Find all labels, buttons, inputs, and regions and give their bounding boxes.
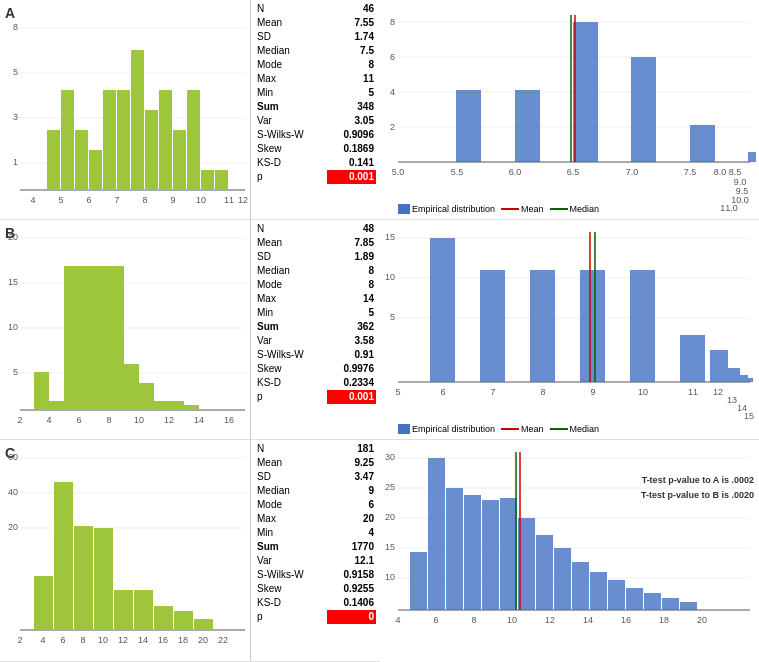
stat-a-mean-label: Mean <box>255 16 327 30</box>
legend-median-line-a <box>550 208 568 210</box>
stat-b-var-val: 3.58 <box>327 334 376 348</box>
svg-rect-90 <box>480 270 505 382</box>
svg-text:11: 11 <box>224 195 234 205</box>
section-a: A 8 5 3 1 <box>0 0 380 220</box>
svg-text:8: 8 <box>390 17 395 27</box>
stat-c-p-label: p <box>255 610 327 624</box>
stat-a-median-val: 7.5 <box>327 44 376 58</box>
stat-a-var-label: Var <box>255 114 327 128</box>
svg-rect-96 <box>728 368 740 382</box>
bar-a-105 <box>201 170 214 190</box>
svg-text:8: 8 <box>540 387 545 397</box>
svg-text:3: 3 <box>13 112 18 122</box>
svg-text:10: 10 <box>196 195 206 205</box>
svg-rect-67 <box>748 152 756 162</box>
stat-a-mean-val: 7.55 <box>327 16 376 30</box>
svg-rect-124 <box>428 458 445 610</box>
stat-b-mode-val: 8 <box>327 278 376 292</box>
svg-text:11.0: 11.0 <box>720 203 738 213</box>
stat-c-skew-label: Skew <box>255 582 327 596</box>
svg-text:10: 10 <box>507 615 517 625</box>
stat-a-sum-val: 348 <box>327 100 376 114</box>
stat-b-skew-label: Skew <box>255 362 327 376</box>
stat-b-var-label: Var <box>255 334 327 348</box>
svg-text:14: 14 <box>138 635 148 645</box>
svg-rect-135 <box>626 588 643 610</box>
svg-rect-128 <box>500 498 517 610</box>
ttest-b-label: T-test p-value to B is .0020 <box>641 490 754 500</box>
histogram-b-svg: 20 15 10 5 <box>0 220 250 440</box>
stat-a-sd-val: 1.74 <box>327 30 376 44</box>
svg-text:2: 2 <box>17 635 22 645</box>
stat-c-ksd-val: 0.1406 <box>327 596 376 610</box>
svg-text:5: 5 <box>13 367 18 377</box>
svg-text:8: 8 <box>13 22 18 32</box>
svg-rect-136 <box>644 593 661 610</box>
svg-text:12: 12 <box>164 415 174 425</box>
stat-b-median-val: 8 <box>327 264 376 278</box>
svg-text:4: 4 <box>46 415 51 425</box>
svg-text:6: 6 <box>433 615 438 625</box>
svg-text:20: 20 <box>8 232 18 242</box>
svg-text:10: 10 <box>98 635 108 645</box>
stat-a-min-val: 5 <box>327 86 376 100</box>
stat-a-var-val: 3.05 <box>327 114 376 128</box>
stat-a-max-val: 11 <box>327 72 376 86</box>
bar-a-5 <box>47 130 60 190</box>
stat-b-ksd-label: KS-D <box>255 376 327 390</box>
stat-b-mode-label: Mode <box>255 278 327 292</box>
svg-text:60: 60 <box>8 452 18 462</box>
stat-b-sum-val: 362 <box>327 320 376 334</box>
svg-text:6: 6 <box>390 52 395 62</box>
stats-a: N46 Mean7.55 SD1.74 Median7.5 Mode8 Max1… <box>250 0 380 219</box>
bar-a-8 <box>131 50 144 190</box>
stat-c-sw-val: 0.9158 <box>327 568 376 582</box>
svg-rect-97 <box>740 375 748 382</box>
svg-text:6: 6 <box>86 195 91 205</box>
svg-rect-127 <box>482 500 499 610</box>
stat-c-median-val: 9 <box>327 484 376 498</box>
stat-c-mean-val: 9.25 <box>327 456 376 470</box>
stat-b-ksd-val: 0.2334 <box>327 376 376 390</box>
svg-rect-65 <box>631 57 656 162</box>
legend-mean-line-b <box>501 428 519 430</box>
svg-text:40: 40 <box>8 487 18 497</box>
svg-text:16: 16 <box>158 635 168 645</box>
svg-text:11: 11 <box>688 387 698 397</box>
stat-a-sum-label: Sum <box>255 100 327 114</box>
svg-rect-138 <box>680 602 697 610</box>
right-panel: 8 6 4 2 <box>380 0 759 662</box>
left-panel: A 8 5 3 1 <box>0 0 380 662</box>
bar-c-20 <box>194 619 213 630</box>
svg-rect-89 <box>430 238 455 382</box>
stat-a-n-label: N <box>255 2 327 16</box>
bar-c-12 <box>114 590 133 630</box>
stat-a-sd-label: SD <box>255 30 327 44</box>
bar-c-6 <box>54 482 73 630</box>
stat-a-mode-label: Mode <box>255 58 327 72</box>
svg-text:12: 12 <box>713 387 723 397</box>
stat-c-p-val: 0 <box>327 610 376 624</box>
stat-c-n-label: N <box>255 442 327 456</box>
svg-text:5.0: 5.0 <box>392 167 405 177</box>
bar-a-95 <box>173 130 186 190</box>
histogram-a-svg: 8 5 3 1 <box>0 0 250 220</box>
stat-a-sw-label: S-Wilks-W <box>255 128 327 142</box>
svg-text:16: 16 <box>621 615 631 625</box>
stat-b-n-val: 48 <box>327 222 376 236</box>
svg-text:20: 20 <box>385 512 395 522</box>
bar-a-65 <box>89 150 102 190</box>
svg-text:4: 4 <box>395 615 400 625</box>
svg-text:15: 15 <box>385 542 395 552</box>
stat-b-sw-label: S-Wilks-W <box>255 348 327 362</box>
bar-a-10 <box>187 90 200 190</box>
legend-mean-label-b: Mean <box>521 424 544 434</box>
svg-text:5.5: 5.5 <box>451 167 464 177</box>
histogram-a: 8 5 3 1 <box>0 0 250 219</box>
legend-empirical-label-b: Empirical distribution <box>412 424 495 434</box>
stat-b-min-val: 5 <box>327 306 376 320</box>
stat-b-median-label: Median <box>255 264 327 278</box>
svg-text:5: 5 <box>395 387 400 397</box>
bar-a-11 <box>215 170 228 190</box>
svg-text:2: 2 <box>17 415 22 425</box>
